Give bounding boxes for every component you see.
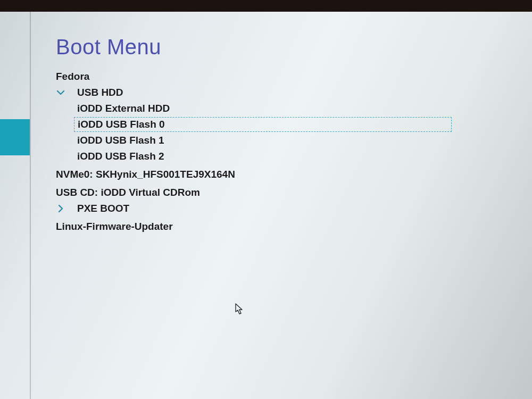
page-title: Boot Menu <box>56 35 516 59</box>
boot-item-label-selected: iODD USB Flash 0 <box>74 117 452 132</box>
boot-menu-panel: Boot Menu Fedora USB HDD iODD External H… <box>56 35 516 235</box>
boot-item-usb-cd[interactable]: USB CD: iODD Virtual CDRom <box>56 185 516 201</box>
boot-item-label: iODD External HDD <box>77 103 170 114</box>
left-tab-strip <box>0 12 43 399</box>
boot-item-iodd-external-hdd[interactable]: iODD External HDD <box>56 101 516 117</box>
boot-item-iodd-usb-flash-2[interactable]: iODD USB Flash 2 <box>56 148 516 164</box>
boot-group-pxe[interactable]: PXE BOOT <box>56 201 516 217</box>
boot-group-label: PXE BOOT <box>77 203 129 214</box>
chevron-right-icon <box>56 204 73 213</box>
boot-item-label: NVMe0: SKHynix_HFS001TEJ9X164N <box>56 169 235 180</box>
boot-item-label: iODD USB Flash 1 <box>77 135 164 146</box>
boot-group-usb-hdd[interactable]: USB HDD <box>56 85 516 101</box>
chevron-down-icon <box>56 88 73 97</box>
boot-item-label: USB CD: iODD Virtual CDRom <box>56 187 200 198</box>
bezel-top <box>0 0 532 12</box>
boot-item-nvme0[interactable]: NVMe0: SKHynix_HFS001TEJ9X164N <box>56 167 516 182</box>
boot-item-label: iODD USB Flash 2 <box>77 151 164 162</box>
tab-boot[interactable] <box>0 119 30 155</box>
boot-item-label: Linux-Firmware-Updater <box>56 221 173 232</box>
boot-item-fedora[interactable]: Fedora <box>56 69 516 85</box>
boot-group-label: USB HDD <box>77 87 123 98</box>
boot-item-iodd-usb-flash-1[interactable]: iODD USB Flash 1 <box>56 132 516 148</box>
boot-item-linux-firmware-updater[interactable]: Linux-Firmware-Updater <box>56 219 516 235</box>
bios-screen: Boot Menu Fedora USB HDD iODD External H… <box>0 12 532 399</box>
tab-strip-divider <box>30 12 31 399</box>
cursor-icon <box>235 303 244 315</box>
boot-item-iodd-usb-flash-0[interactable]: iODD USB Flash 0 <box>56 117 516 132</box>
boot-item-label: Fedora <box>56 71 89 82</box>
